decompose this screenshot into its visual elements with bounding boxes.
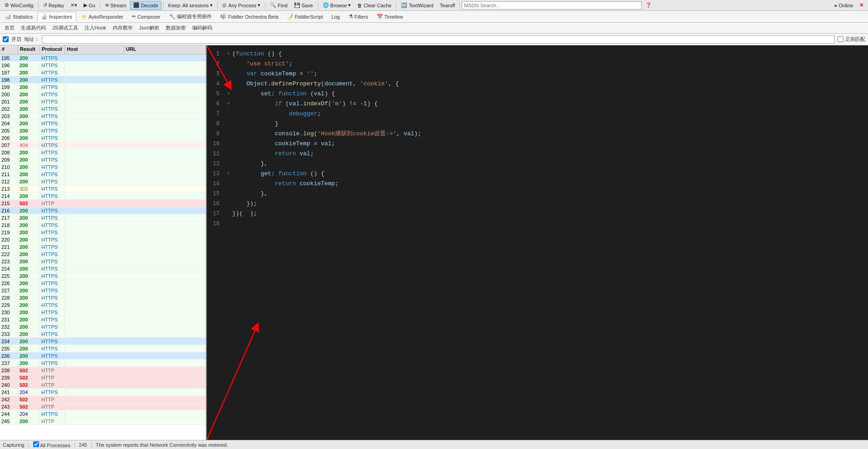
table-row[interactable]: 235 200 HTTPS: [0, 345, 206, 352]
js-debug-button[interactable]: JS调试工具: [50, 24, 81, 33]
tab-inspectors[interactable]: 🔬 Inspectors: [37, 12, 76, 22]
table-row[interactable]: 214 200 HTTPS: [0, 192, 206, 200]
session-result: 200: [18, 310, 40, 315]
table-row[interactable]: 226 200 HTTPS: [0, 280, 206, 287]
regex-checkbox[interactable]: [838, 36, 843, 42]
online-button[interactable]: ● Online: [832, 1, 856, 10]
any-process-button[interactable]: ◎ Any Process ▾: [219, 1, 263, 10]
table-row[interactable]: 199 200 HTTPS: [0, 84, 206, 91]
table-row[interactable]: 241 204 HTTPS: [0, 389, 206, 396]
session-num: 226: [0, 281, 18, 286]
table-row[interactable]: 207 404 HTTPS: [0, 142, 206, 149]
table-row[interactable]: 219 200 HTTPS: [0, 229, 206, 236]
table-row[interactable]: 224 200 HTTPS: [0, 265, 206, 272]
table-row[interactable]: 196 200 HTTPS: [0, 62, 206, 69]
table-row[interactable]: 221 200 HTTPS: [0, 243, 206, 251]
go-button[interactable]: ▶ Go: [81, 1, 98, 10]
table-row[interactable]: 234 200 HTTPS: [0, 338, 206, 345]
table-row[interactable]: 244 204 HTTPS: [0, 410, 206, 418]
tab-statistics[interactable]: 📊 Statistics: [1, 12, 37, 22]
tab-fiddler-script[interactable]: 📝 FiddlerScript: [283, 12, 327, 22]
all-processes-checkbox[interactable]: [33, 441, 39, 447]
table-row[interactable]: 240 502 HTTP: [0, 381, 206, 389]
data-decrypt-button[interactable]: 数据加密: [163, 24, 189, 33]
table-row[interactable]: 236 200 HTTPS: [0, 352, 206, 360]
json-parse-button[interactable]: Json解析: [136, 24, 162, 33]
table-row[interactable]: 208 200 HTTPS: [0, 149, 206, 156]
filter-enable-checkbox[interactable]: [3, 36, 9, 42]
table-row[interactable]: 197 200 HTTPS: [0, 69, 206, 76]
tab-timeline[interactable]: 📅 Timeline: [373, 12, 407, 22]
table-row[interactable]: 231 200 HTTPS: [0, 316, 206, 323]
table-row[interactable]: 238 502 HTTP: [0, 367, 206, 374]
msdn-go-icon[interactable]: ❓: [643, 1, 654, 10]
hook-button[interactable]: 注入Hook: [82, 24, 109, 33]
table-row[interactable]: 203 200 HTTPS: [0, 113, 206, 120]
clear-cache-button[interactable]: 🗑 Clear Cache: [354, 1, 394, 10]
msdn-search-input[interactable]: [462, 1, 642, 10]
table-row[interactable]: 227 200 HTTPS: [0, 287, 206, 294]
table-row[interactable]: 216 200 HTTPS: [0, 207, 206, 214]
tab-composer[interactable]: ✏ Composer: [128, 12, 165, 22]
home-button[interactable]: 首页: [2, 24, 17, 33]
replay-button[interactable]: ↺ Replay: [40, 1, 67, 10]
collapse-arrow[interactable]: ▾: [225, 169, 232, 179]
browse-button[interactable]: 🌐 Browse ▾: [320, 1, 354, 10]
table-row[interactable]: 204 200 HTTPS: [0, 120, 206, 127]
table-row[interactable]: 205 200 HTTPS: [0, 127, 206, 134]
decode-cn-button[interactable]: 编码解码: [190, 24, 215, 33]
gen-code-button[interactable]: 生成易代码: [18, 24, 49, 33]
keep-sessions-button[interactable]: Keep: All sessions ▾: [165, 1, 215, 10]
table-row[interactable]: 223 200 HTTPS: [0, 258, 206, 265]
cross-button[interactable]: ✕▾: [68, 1, 80, 10]
table-row[interactable]: 237 200 HTTPS: [0, 360, 206, 367]
code-area[interactable]: 1 ▾ (function () { 2 'use strict'; 3 var…: [207, 45, 868, 440]
save-button[interactable]: 💾 Save: [291, 1, 316, 10]
table-row[interactable]: 202 200 HTTPS: [0, 105, 206, 113]
table-row[interactable]: 201 200 HTTPS: [0, 98, 206, 105]
table-row[interactable]: 209 200 HTTPS: [0, 156, 206, 163]
close-button[interactable]: ✕: [857, 1, 866, 10]
table-row[interactable]: 220 200 HTTPS: [0, 236, 206, 243]
table-row[interactable]: 239 502 HTTP: [0, 374, 206, 381]
tab-fiddler-orchestra[interactable]: 🎼 Fiddler Orchestra Beta: [216, 12, 283, 22]
stream-button[interactable]: ≋ Stream: [102, 1, 129, 10]
winconfig-button[interactable]: ⚙ WinConfig: [2, 1, 36, 10]
tab-filters[interactable]: ⚗ Filters: [344, 12, 372, 22]
tearoff-button[interactable]: Tearoff: [437, 1, 458, 10]
table-row[interactable]: 242 502 HTTP: [0, 396, 206, 403]
collapse-arrow[interactable]: ▾: [225, 99, 232, 109]
table-row[interactable]: 206 200 HTTPS: [0, 134, 206, 142]
table-row[interactable]: 215 502 HTTP: [0, 200, 206, 207]
table-row[interactable]: 218 200 HTTPS: [0, 222, 206, 229]
table-row[interactable]: 229 200 HTTPS: [0, 301, 206, 309]
table-row[interactable]: 211 200 HTTPS: [0, 171, 206, 178]
table-row[interactable]: 222 200 HTTPS: [0, 251, 206, 258]
table-row[interactable]: 195 200 HTTPS: [0, 54, 206, 62]
table-row[interactable]: 213 302 HTTPS: [0, 185, 206, 192]
tab-log[interactable]: Log: [327, 12, 344, 22]
collapse-arrow[interactable]: ▾: [225, 49, 232, 59]
collapse-arrow[interactable]: ▾: [225, 79, 232, 89]
table-row[interactable]: 233 200 HTTPS: [0, 331, 206, 338]
memory-button[interactable]: 内存爬华: [110, 24, 135, 33]
table-row[interactable]: 228 200 HTTPS: [0, 294, 206, 301]
tab-autoresponder[interactable]: ⚡ AutoResponder: [77, 12, 127, 22]
session-protocol: HTTPS: [40, 288, 65, 293]
table-row[interactable]: 232 200 HTTPS: [0, 323, 206, 331]
table-row[interactable]: 210 200 HTTPS: [0, 163, 206, 171]
textwizard-button[interactable]: 🔤 TextWizard: [398, 1, 436, 10]
table-row[interactable]: 230 200 HTTPS: [0, 309, 206, 316]
table-row[interactable]: 212 200 HTTPS: [0, 178, 206, 185]
table-row[interactable]: 200 200 HTTPS: [0, 91, 206, 98]
collapse-arrow[interactable]: ▾: [225, 89, 232, 99]
tab-editor[interactable]: 🔧 编程描专用插件: [165, 12, 216, 22]
filter-address-input[interactable]: [42, 35, 835, 44]
find-button[interactable]: 🔍 Find: [267, 1, 290, 10]
table-row[interactable]: 198 200 HTTPS: [0, 76, 206, 84]
table-row[interactable]: 245 200 HTTP: [0, 418, 206, 425]
table-row[interactable]: 225 200 HTTPS: [0, 272, 206, 280]
decode-button[interactable]: ⬛ Decode: [130, 1, 161, 10]
table-row[interactable]: 243 502 HTTP: [0, 403, 206, 410]
table-row[interactable]: 217 200 HTTPS: [0, 214, 206, 222]
